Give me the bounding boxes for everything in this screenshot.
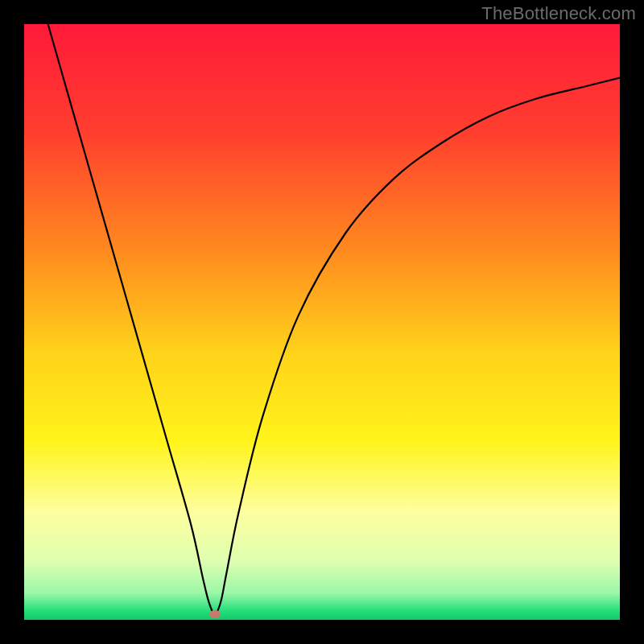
chart-frame bbox=[24, 24, 620, 620]
watermark-text: TheBottleneck.com bbox=[481, 3, 636, 24]
gradient-background bbox=[24, 24, 620, 620]
svg-rect-0 bbox=[24, 24, 620, 620]
